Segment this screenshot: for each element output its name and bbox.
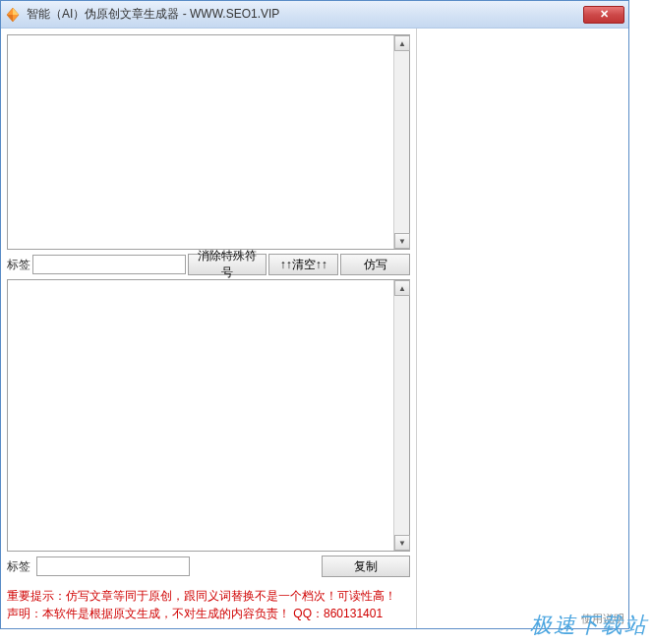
notice-line-2: 声明：本软件是根据原文生成，不对生成的内容负责！ QQ：860131401 — [7, 605, 410, 622]
scroll-down-icon[interactable]: ▼ — [394, 233, 410, 249]
disclaimer-text: 声明：本软件是根据原文生成，不对生成的内容负责！ — [7, 607, 290, 620]
notice-line-1: 重要提示：仿写文章等同于原创，跟同义词替换不是一个档次！可读性高！ — [7, 587, 410, 605]
copy-button[interactable]: 复制 — [322, 556, 410, 577]
close-icon: ✕ — [600, 8, 609, 21]
scrollbar-input[interactable]: ▲ ▼ — [393, 35, 409, 249]
remove-special-button[interactable]: 消除特殊符号 — [188, 254, 267, 275]
watermark: 极速下载站 — [530, 611, 648, 640]
scroll-down-icon[interactable]: ▼ — [394, 535, 410, 551]
tag-label-input: 标签 — [7, 257, 32, 273]
qq-contact: QQ：860131401 — [293, 607, 383, 620]
scroll-up-icon[interactable]: ▲ — [394, 280, 410, 296]
output-textarea-wrapper: ▲ ▼ — [7, 279, 410, 552]
close-button[interactable]: ✕ — [583, 6, 624, 24]
clear-button[interactable]: ↑↑清空↑↑ — [268, 254, 338, 275]
rewrite-button[interactable]: 仿写 — [340, 254, 410, 275]
tag-label-output: 标签 — [7, 558, 36, 575]
scrollbar-output[interactable]: ▲ ▼ — [393, 280, 409, 551]
input-controls: 标签 消除特殊符号 ↑↑清空↑↑ 仿写 — [7, 254, 410, 275]
app-window: 智能（AI）伪原创文章生成器 - WWW.SEO1.VIP ✕ ▲ ▼ 标签 消… — [0, 0, 629, 629]
app-icon — [5, 7, 21, 23]
notice-area: 重要提示：仿写文章等同于原创，跟同义词替换不是一个档次！可读性高！ 声明：本软件… — [7, 587, 410, 622]
input-textarea-wrapper: ▲ ▼ — [7, 34, 410, 250]
titlebar[interactable]: 智能（AI）伪原创文章生成器 - WWW.SEO1.VIP ✕ — [1, 1, 628, 29]
output-textarea[interactable] — [8, 280, 393, 551]
left-panel: ▲ ▼ 标签 消除特殊符号 ↑↑清空↑↑ 仿写 ▲ ▼ 标签 — [1, 29, 416, 628]
content-area: ▲ ▼ 标签 消除特殊符号 ↑↑清空↑↑ 仿写 ▲ ▼ 标签 — [1, 29, 628, 628]
window-title: 智能（AI）伪原创文章生成器 - WWW.SEO1.VIP — [27, 6, 583, 23]
scroll-up-icon[interactable]: ▲ — [394, 35, 410, 51]
tag-input-top[interactable] — [32, 255, 186, 274]
output-controls: 标签 复制 — [7, 556, 410, 577]
input-textarea[interactable] — [8, 35, 393, 249]
right-panel: 使用说明 — [416, 29, 628, 628]
tag-input-bottom[interactable] — [36, 556, 190, 576]
